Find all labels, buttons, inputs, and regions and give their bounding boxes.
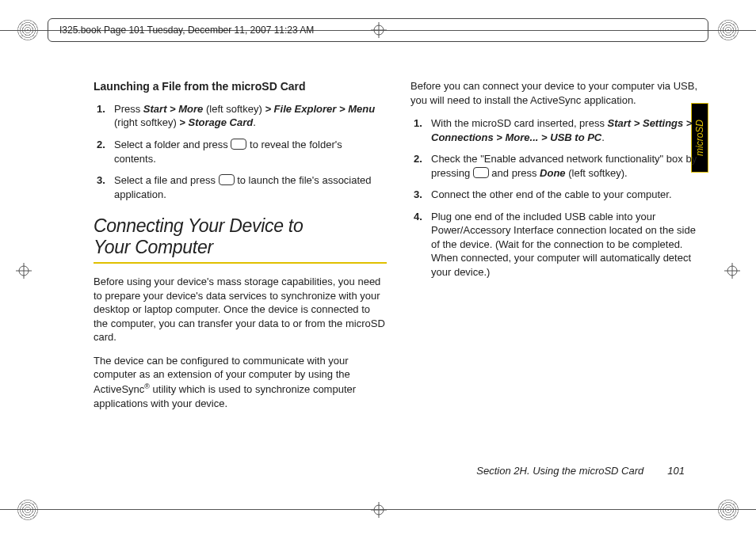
column-left: Launching a File from the microSD Card P… [94, 79, 387, 451]
text: . [601, 131, 605, 143]
list-item: Press Start > More (left softkey) > File… [97, 102, 387, 130]
body-paragraph: Before you can connect your device to yo… [410, 79, 704, 107]
text: (right softkey) [114, 116, 179, 128]
section-heading: Connecting Your Device to Your Computer [94, 215, 387, 257]
text: (left softkey) [203, 103, 265, 115]
procedure-list: With the microSD card inserted, press St… [414, 116, 704, 279]
crosshair-icon [724, 263, 740, 279]
text: (left softkey). [566, 167, 628, 179]
text: . [253, 116, 256, 128]
list-item: Select a file and press to launch the fi… [97, 173, 387, 201]
text: and press [489, 167, 540, 179]
crosshair-icon [371, 502, 387, 518]
page-footer: Section 2H. Using the microSD Card 101 [476, 465, 685, 477]
registration-ring-bl [17, 500, 38, 520]
column-right: Before you can connect your device to yo… [410, 79, 704, 451]
heading-line: Your Computer [94, 237, 213, 257]
key-icon [473, 167, 489, 178]
text: Press [114, 103, 143, 115]
list-item: Connect the other end of the cable to yo… [414, 188, 704, 202]
registration-ring-br [718, 500, 739, 520]
crosshair-icon [16, 263, 32, 279]
body-paragraph: The device can be configured to communic… [94, 354, 387, 411]
heading-underline [94, 262, 387, 264]
text: Select a file and press [114, 174, 219, 186]
page-body: Launching a File from the microSD Card P… [94, 79, 704, 451]
subheading: Launching a File from the microSD Card [94, 79, 387, 94]
ui-path: > Storage Card [179, 116, 253, 128]
text: With the microSD card inserted, press [431, 117, 608, 129]
heading-line: Connecting Your Device to [94, 215, 303, 236]
list-item: Plug one end of the included USB cable i… [414, 210, 704, 280]
list-item: Check the "Enable advanced network funct… [414, 152, 704, 180]
list-item: Select a folder and press to reveal the … [97, 138, 387, 165]
ui-path: Start > More [143, 103, 204, 115]
text: Select a folder and press [114, 139, 231, 150]
page-number: 101 [667, 465, 685, 477]
list-item: With the microSD card inserted, press St… [414, 116, 704, 144]
procedure-list: Press Start > More (left softkey) > File… [97, 102, 387, 201]
footer-section: Section 2H. Using the microSD Card [476, 465, 643, 477]
body-paragraph: Before using your device's mass storage … [94, 275, 387, 344]
ui-path: > File Explorer > Menu [265, 103, 375, 115]
header-meta-text: I325.book Page 101 Tuesday, December 11,… [59, 25, 314, 36]
key-icon [219, 174, 235, 185]
framemaker-header: I325.book Page 101 Tuesday, December 11,… [48, 18, 708, 42]
key-icon [231, 139, 246, 150]
registered-mark: ® [144, 382, 150, 390]
ui-label: Done [540, 167, 566, 179]
